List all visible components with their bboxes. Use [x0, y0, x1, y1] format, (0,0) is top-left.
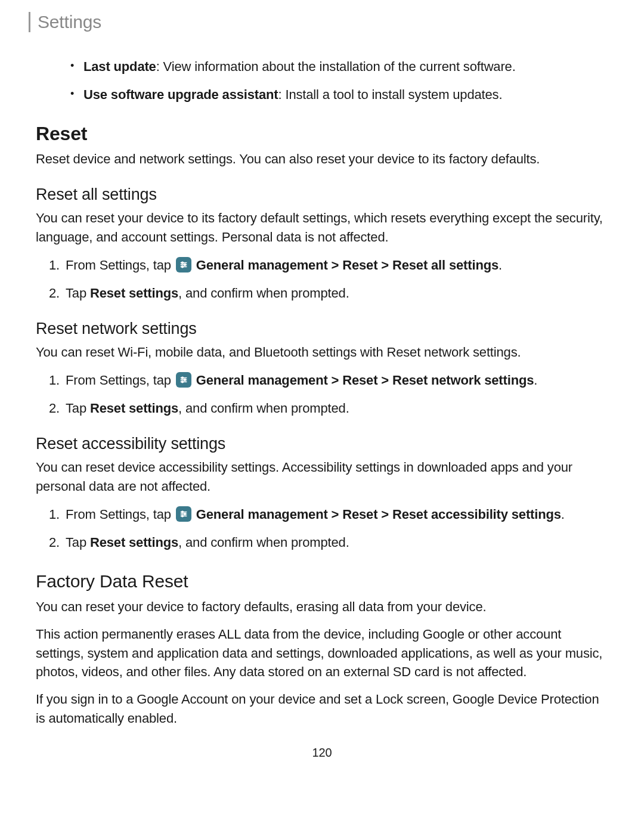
step-prefix: From Settings, tap [66, 373, 175, 388]
settings-sliders-icon [176, 506, 191, 522]
step-prefix: From Settings, tap [66, 507, 175, 522]
step-bold: Reset settings [90, 535, 178, 550]
bullet-last-update: Last update: View information about the … [83, 56, 608, 77]
step-path: General management > Reset > Reset acces… [193, 507, 561, 522]
reset-intro: Reset device and network settings. You c… [36, 150, 608, 169]
svg-point-15 [184, 513, 185, 515]
reset-accessibility-step-2: Tap Reset settings, and confirm when pro… [66, 532, 608, 552]
reset-network-step-2: Tap Reset settings, and confirm when pro… [66, 398, 608, 418]
step-prefix: Tap [66, 401, 90, 416]
bullet-upgrade-assistant: Use software upgrade assistant: Install … [83, 84, 608, 105]
step-suffix: . [499, 258, 502, 272]
reset-all-steps: From Settings, tap General management > … [36, 255, 608, 303]
reset-all-step-1: From Settings, tap General management > … [66, 255, 608, 275]
step-bold: Reset settings [90, 286, 178, 301]
step-suffix: . [561, 507, 565, 522]
reset-all-intro: You can reset your device to its factory… [36, 209, 608, 247]
factory-p3: If you sign in to a Google Account on yo… [36, 690, 608, 728]
step-suffix: , and confirm when prompted. [178, 286, 349, 301]
reset-accessibility-steps: From Settings, tap General management > … [36, 504, 608, 552]
factory-p2: This action permanently erases ALL data … [36, 625, 608, 682]
page-number: 120 [36, 746, 608, 760]
bullet-text: : Install a tool to install system updat… [278, 87, 503, 102]
reset-accessibility-step-1: From Settings, tap General management > … [66, 504, 608, 524]
settings-sliders-icon [176, 372, 191, 388]
step-prefix: From Settings, tap [66, 258, 175, 272]
reset-accessibility-intro: You can reset device accessibility setti… [36, 458, 608, 496]
factory-title: Factory Data Reset [36, 571, 608, 592]
svg-point-3 [184, 264, 185, 266]
step-prefix: Tap [66, 535, 90, 550]
bullet-text: : View information about the installatio… [156, 59, 516, 74]
step-bold: Reset settings [90, 401, 178, 416]
page-content: Last update: View information about the … [0, 56, 644, 760]
step-suffix: . [534, 373, 537, 388]
bullet-bold: Last update [83, 59, 156, 74]
reset-accessibility-title: Reset accessibility settings [36, 435, 608, 453]
header-tab-label: Settings [38, 12, 101, 32]
reset-network-steps: From Settings, tap General management > … [36, 370, 608, 418]
reset-network-step-1: From Settings, tap General management > … [66, 370, 608, 390]
svg-point-9 [184, 379, 185, 381]
top-bullet-list: Last update: View information about the … [36, 56, 608, 105]
step-suffix: , and confirm when prompted. [178, 535, 349, 550]
svg-point-11 [181, 381, 183, 383]
step-path: General management > Reset > Reset netwo… [193, 373, 534, 388]
factory-p1: You can reset your device to factory def… [36, 597, 608, 617]
reset-all-title: Reset all settings [36, 185, 608, 204]
reset-title: Reset [36, 123, 608, 145]
step-path: General management > Reset > Reset all s… [193, 258, 499, 272]
svg-point-17 [181, 515, 183, 517]
svg-point-5 [181, 266, 183, 268]
svg-point-1 [181, 262, 183, 264]
reset-all-step-2: Tap Reset settings, and confirm when pro… [66, 283, 608, 303]
svg-point-7 [181, 377, 183, 379]
reset-network-intro: You can reset Wi-Fi, mobile data, and Bl… [36, 343, 608, 362]
step-suffix: , and confirm when prompted. [178, 401, 349, 416]
header-tab: Settings [29, 12, 644, 32]
reset-network-title: Reset network settings [36, 320, 608, 338]
step-prefix: Tap [66, 286, 90, 301]
svg-point-13 [181, 511, 183, 513]
settings-sliders-icon [176, 257, 191, 272]
bullet-bold: Use software upgrade assistant [83, 87, 278, 102]
